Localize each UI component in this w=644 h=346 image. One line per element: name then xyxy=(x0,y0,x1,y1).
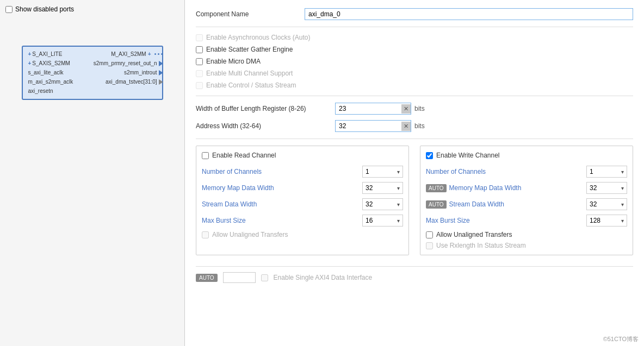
port-maxi-s2mm-label: M_AXI_S2MM xyxy=(111,51,146,57)
write-max-burst-label: Max Burst Size xyxy=(426,217,470,224)
read-stream-data-width-row: Stream Data Width 32 ▾ xyxy=(202,198,403,210)
read-num-channels-value: 1 xyxy=(366,168,395,175)
checkbox-scatter[interactable] xyxy=(196,46,203,53)
read-num-channels-label: Number of Channels xyxy=(202,168,262,175)
write-stream-data-width-select[interactable]: 32 ▾ xyxy=(586,198,627,210)
write-rxlength-checkbox[interactable] xyxy=(426,242,433,249)
read-mem-data-width-select[interactable]: 32 ▾ xyxy=(362,182,403,194)
chevron-down-icon-4: ▾ xyxy=(397,218,400,224)
checkbox-async[interactable] xyxy=(196,34,203,41)
write-num-channels-select[interactable]: 1 ▾ xyxy=(586,166,627,178)
write-stream-data-width-label: Stream Data Width xyxy=(449,200,504,208)
show-disabled-ports-label: Show disabled ports xyxy=(15,5,74,13)
chevron-down-icon-7: ▾ xyxy=(621,202,624,207)
write-max-burst-select[interactable]: 128 ▾ xyxy=(586,215,627,227)
show-disabled-ports-checkbox[interactable] xyxy=(5,6,13,13)
write-mem-data-width-row: AUTO Memory Map Data Width 32 ▾ xyxy=(426,182,627,194)
bottom-section: AUTO Enable Single AXI4 Data Interface xyxy=(196,266,633,283)
buffer-length-input[interactable] xyxy=(336,103,401,114)
bottom-auto-badge: AUTO xyxy=(196,274,218,282)
port-maxi-aclk-label: m_axi_s2mm_aclk xyxy=(28,79,73,85)
chevron-down-icon-8: ▾ xyxy=(621,218,624,224)
read-stream-data-width-select[interactable]: 32 ▾ xyxy=(362,198,403,210)
enable-single-axi4-label: Enable Single AXI4 Data Interface xyxy=(274,274,372,281)
checkbox-control[interactable] xyxy=(196,82,203,89)
checkbox-micro-row: Enable Micro DMA xyxy=(196,58,633,65)
buffer-length-label: Width of Buffer Length Register (8-26) xyxy=(196,105,332,112)
port-row-maxi-s2mm: M_AXI_S2MM + xyxy=(111,51,163,57)
address-width-input-wrapper: ✕ xyxy=(335,120,411,132)
write-allow-unaligned-label: Allow Unaligned Transfers xyxy=(436,231,512,238)
read-num-channels-row: Number of Channels 1 ▾ xyxy=(202,166,403,178)
buffer-length-unit: bits xyxy=(414,105,425,112)
write-num-channels-row: Number of Channels 1 ▾ xyxy=(426,166,627,178)
checkbox-micro-label: Enable Micro DMA xyxy=(206,58,261,65)
write-channel-header: Enable Write Channel xyxy=(426,152,627,159)
write-num-channels-value: 1 xyxy=(590,168,619,175)
port-row-tstvec: axi_dma_tstvec[31:0] xyxy=(106,79,163,85)
component-name-input[interactable] xyxy=(305,8,633,20)
read-stream-data-width-value: 32 xyxy=(366,200,395,208)
read-max-burst-label: Max Burst Size xyxy=(202,217,246,224)
address-width-input[interactable] xyxy=(336,121,401,131)
port-row-resetn: axi_resetn xyxy=(28,88,135,94)
enable-read-channel-label: Enable Read Channel xyxy=(212,152,276,159)
checkbox-scatter-row: Enable Scatter Gather Engine xyxy=(196,46,633,53)
port-saxis-s2mm-label: S_AXIS_S2MM xyxy=(32,60,70,66)
port-right-section: M_AXI_S2MM + s2mm_prmry_reset_out_n s2mm… xyxy=(94,51,163,85)
bottom-input[interactable] xyxy=(223,272,256,283)
component-name-row: Component Name xyxy=(196,8,633,20)
checkbox-micro[interactable] xyxy=(196,58,203,65)
checkbox-multichannel[interactable] xyxy=(196,70,203,77)
chevron-down-icon-6: ▾ xyxy=(621,185,624,191)
write-rxlength-label: Use Rxlength In Status Stream xyxy=(436,242,526,249)
buffer-length-clear-button[interactable]: ✕ xyxy=(401,104,411,114)
read-mem-data-width-value: 32 xyxy=(366,184,395,192)
show-disabled-ports-row[interactable]: Show disabled ports xyxy=(5,5,179,13)
read-stream-data-width-label: Stream Data Width xyxy=(202,200,257,208)
port-reset-out-label: s2mm_prmry_reset_out_n xyxy=(94,60,157,66)
write-allow-unaligned-checkbox[interactable] xyxy=(426,231,433,238)
port-aclk-label: s_axi_lite_aclk xyxy=(28,70,64,76)
enable-write-channel-checkbox[interactable] xyxy=(426,152,433,159)
port-row-reset-out: s2mm_prmry_reset_out_n xyxy=(94,60,163,66)
write-mem-data-width-value: 32 xyxy=(590,184,619,192)
plus-icon: + xyxy=(28,51,32,57)
write-rxlength-row: Use Rxlength In Status Stream xyxy=(426,242,627,249)
enable-read-channel-checkbox[interactable] xyxy=(202,152,209,159)
left-panel: Show disabled ports + S_AXI_LITE + S_AXI… xyxy=(0,0,185,346)
read-channel-group: Enable Read Channel Number of Channels 1… xyxy=(196,146,409,255)
read-channel-header: Enable Read Channel xyxy=(202,152,403,159)
address-width-unit: bits xyxy=(414,122,425,130)
write-stream-data-width-value: 32 xyxy=(590,200,619,208)
write-max-burst-value: 128 xyxy=(590,217,619,224)
read-mem-data-width-row: Memory Map Data Width 32 ▾ xyxy=(202,182,403,194)
checkbox-control-row: Enable Control / Status Stream xyxy=(196,81,633,89)
component-name-label: Component Name xyxy=(196,10,305,18)
write-mem-data-width-select[interactable]: 32 ▾ xyxy=(586,182,627,194)
read-num-channels-select[interactable]: 1 ▾ xyxy=(362,166,403,178)
write-mem-data-width-auto-wrapper: AUTO Memory Map Data Width xyxy=(426,184,521,192)
enable-single-axi4-checkbox[interactable] xyxy=(261,274,268,281)
read-max-burst-select[interactable]: 16 ▾ xyxy=(362,215,403,227)
address-width-label: Address Width (32-64) xyxy=(196,122,332,130)
address-width-row: Address Width (32-64) ✕ bits xyxy=(196,120,633,132)
component-diagram: + S_AXI_LITE + S_AXIS_S2MM s_axi_lite_ac… xyxy=(22,46,163,100)
buffer-length-input-wrapper: ✕ xyxy=(335,103,411,115)
write-stream-data-width-auto-wrapper: AUTO Stream Data Width xyxy=(426,200,504,209)
enable-write-channel-label: Enable Write Channel xyxy=(436,152,500,159)
port-introut-label: s2mm_introut xyxy=(124,70,157,76)
port-tstvec-label: axi_dma_tstvec[31:0] xyxy=(106,79,157,85)
buffer-length-row: Width of Buffer Length Register (8-26) ✕… xyxy=(196,103,633,115)
read-allow-unaligned-checkbox[interactable] xyxy=(202,231,209,238)
write-num-channels-label: Number of Channels xyxy=(426,168,486,175)
divider-3 xyxy=(196,139,633,139)
chevron-down-icon-3: ▾ xyxy=(397,202,400,207)
read-max-burst-row: Max Burst Size 16 ▾ xyxy=(202,215,403,227)
checkbox-control-label: Enable Control / Status Stream xyxy=(206,81,296,89)
chevron-down-icon-5: ▾ xyxy=(621,169,624,175)
address-width-clear-button[interactable]: ✕ xyxy=(401,122,411,131)
checkbox-async-row: Enable Asynchronous Clocks (Auto) xyxy=(196,34,633,41)
chevron-down-icon-2: ▾ xyxy=(397,185,400,191)
write-channel-group: Enable Write Channel Number of Channels … xyxy=(420,146,633,255)
